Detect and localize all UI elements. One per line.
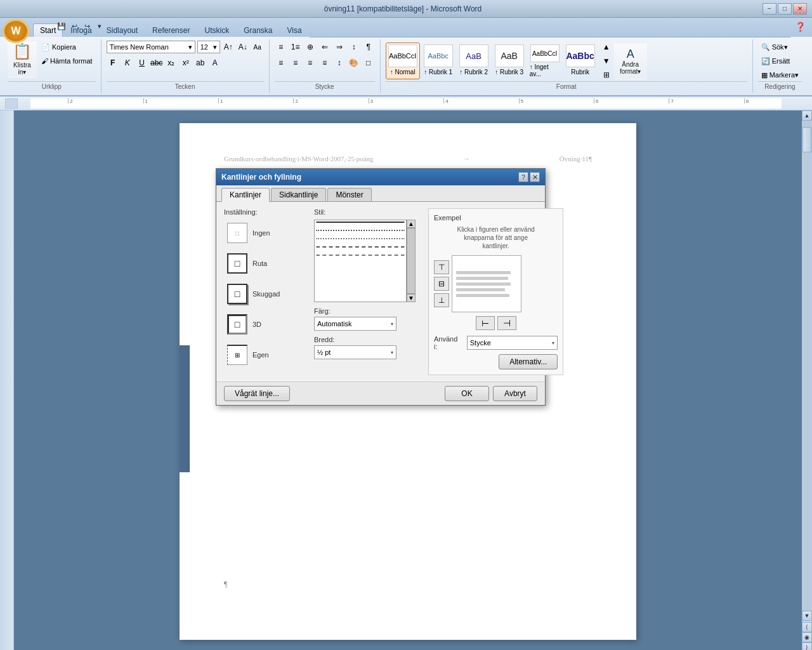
bold-button[interactable]: F [107,56,119,69]
copy-button[interactable]: 📄 Kopiera [38,41,96,53]
dialog-controls: ? ✕ [518,172,540,182]
scroll-thumb[interactable] [802,127,811,152]
width-dropdown[interactable]: ½ pt ▾ [314,345,396,359]
superscript-button[interactable]: x² [180,56,192,69]
example-preview-doc[interactable] [452,255,521,312]
style-solid[interactable] [316,222,405,227]
search-button[interactable]: 🔍 Sök▾ [758,41,791,53]
setting-egen[interactable]: ⊞ Egen [224,342,306,368]
style-rubrik2-button[interactable]: AaB ↑ Rubrik 2 [457,43,491,79]
font-color-button[interactable]: A [209,56,221,69]
apply-dropdown[interactable]: Stycke ▾ [467,336,558,350]
left-border-button[interactable]: ⊢ [476,316,495,330]
maximize-button[interactable]: □ [778,3,792,15]
subscript-button[interactable]: x₂ [165,56,178,69]
setting-ruta[interactable]: □ Ruta [224,250,306,277]
clear-format-button[interactable]: Aa [251,41,264,53]
bottom-border-button[interactable]: ⊥ [434,293,449,307]
paste-button[interactable]: 📋 Klistra in▾ [8,41,37,77]
numbered-list-button[interactable]: 1≡ [289,41,302,53]
office-button[interactable]: W [3,19,29,43]
decrease-indent-button[interactable]: ⇐ [318,41,331,53]
tab-kantlinjer[interactable]: Kantlinjer [221,188,270,202]
ruler-corner[interactable] [5,98,18,109]
setting-skuggad[interactable]: □ Skuggad [224,281,306,307]
scroll-track[interactable] [802,121,812,611]
styles-scroll-up-button[interactable]: ▲ [600,41,613,53]
style-ingetav-button[interactable]: AaBbCcI ↑ Inget av... [528,43,562,79]
scroll-up-button[interactable]: ▲ [802,110,812,121]
line-spacing-button[interactable]: ↕ [333,56,346,69]
text-highlight-button[interactable]: ab [194,56,207,69]
tab-monster[interactable]: Mönster [327,188,371,201]
style-scroll-track[interactable] [407,228,416,294]
scroll-page-down-button[interactable]: ⟩ [802,642,812,650]
save-quick-btn[interactable]: 💾 [56,20,67,32]
cancel-button[interactable]: Avbryt [493,386,537,401]
scroll-select-page-button[interactable]: ◉ [802,632,812,642]
underline-button[interactable]: U [136,56,148,69]
replace-button[interactable]: 🔄 Ersätt [758,55,794,67]
style-rubrik3-button[interactable]: AaB ↑ Rubrik 3 [492,43,527,79]
setting-3d[interactable]: □ 3D [224,311,306,338]
minimize-button[interactable]: − [763,3,776,15]
style-list[interactable] [314,220,407,302]
align-center-button[interactable]: ≡ [289,56,302,69]
font-name-dropdown[interactable]: Times New Roman ▾ [107,41,195,53]
help-icon[interactable]: ❓ [791,19,809,34]
scroll-down-button[interactable]: ▼ [802,611,812,621]
increase-indent-button[interactable]: ⇒ [333,41,346,53]
tab-utskick[interactable]: Utskick [197,23,236,37]
italic-button[interactable]: K [121,56,134,69]
font-size-dropdown[interactable]: 12 ▾ [197,41,220,53]
right-border-button[interactable]: ⊣ [497,316,516,330]
alternative-button[interactable]: Alternativ... [499,354,558,369]
shading-button[interactable]: 🎨 [348,56,360,69]
tab-visa[interactable]: Visa [280,23,309,37]
strikethrough-button[interactable]: abc [150,56,163,69]
format-painter-button[interactable]: 🖌 Hämta format [38,55,96,67]
close-button[interactable]: ✕ [793,3,807,15]
select-button[interactable]: ▦ Markera▾ [758,69,802,81]
middle-border-button[interactable]: ⊟ [434,277,449,291]
scroll-page-up-button[interactable]: ⟨ [802,622,812,632]
dialog-help-button[interactable]: ? [518,172,528,182]
style-dotted2[interactable] [316,238,405,244]
dialog-close-button[interactable]: ✕ [530,172,540,182]
style-rubrik-button[interactable]: AaBbc Rubrik [563,43,598,79]
change-format-button[interactable]: A Ändra format▾ [614,43,647,79]
tab-granska[interactable]: Granska [237,23,279,37]
border-button[interactable]: □ [362,56,375,69]
customize-quick-btn[interactable]: ▾ [94,20,105,32]
grow-font-button[interactable]: A↑ [222,41,235,53]
tab-sidlayout[interactable]: Sidlayout [100,23,145,37]
tab-sidkantlinje[interactable]: Sidkantlinje [271,188,326,201]
ruler-mark: 1 [143,98,148,103]
horiz-line-button[interactable]: Vågrät linje... [224,386,290,401]
style-dashed2[interactable] [316,255,405,260]
justify-button[interactable]: ≡ [318,56,331,69]
style-dotted1[interactable] [316,230,405,235]
shrink-font-button[interactable]: A↓ [237,41,249,53]
setting-ingen[interactable]: □ Ingen [224,220,306,246]
styles-more-button[interactable]: ⊞ [600,69,613,81]
bullet-list-button[interactable]: ≡ [275,41,287,53]
sort-button[interactable]: ↕ [348,41,360,53]
align-left-button[interactable]: ≡ [275,56,287,69]
left-ruler [0,110,14,650]
show-marks-button[interactable]: ¶ [362,41,375,53]
style-rubrik1-button[interactable]: AaBbc ↑ Rubrik 1 [421,43,455,79]
tab-referenser[interactable]: Referenser [145,23,197,37]
multilevel-list-button[interactable]: ⊕ [304,41,317,53]
top-border-button[interactable]: ⊤ [434,260,449,274]
style-scroll-down-button[interactable]: ▼ [407,294,416,302]
styles-scroll-down-button[interactable]: ▼ [600,55,613,67]
undo-quick-btn[interactable]: ↩ [69,20,80,32]
ok-button[interactable]: OK [445,386,489,401]
align-right-button[interactable]: ≡ [304,56,317,69]
color-dropdown[interactable]: Automatisk ▾ [314,317,396,331]
style-scroll-up-button[interactable]: ▲ [407,220,416,228]
style-normal-button[interactable]: AaBbCcI ↑ Normal [386,43,420,79]
redo-quick-btn[interactable]: ↪ [81,20,93,32]
style-dashed1[interactable] [316,246,405,252]
